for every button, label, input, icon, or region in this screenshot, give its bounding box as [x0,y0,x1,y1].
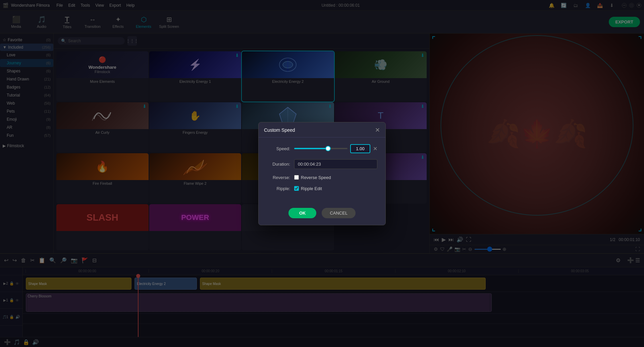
ok-button[interactable]: OK [288,208,317,218]
speed-label: Speed: [267,146,290,151]
reverse-label: Reverse: [267,175,290,180]
ripple-label: Ripple: [267,186,290,191]
ripple-checkbox-label: Ripple Edit [301,186,322,191]
dialog-overlay: Custom Speed ✕ Speed: ✕ Duration: Revers… [0,0,644,347]
custom-speed-dialog: Custom Speed ✕ Speed: ✕ Duration: Revers… [258,122,386,225]
speed-clear-button[interactable]: ✕ [373,146,377,152]
ripple-row: Ripple: Ripple Edit [267,186,377,191]
speed-input[interactable] [350,144,370,153]
dialog-header: Custom Speed ✕ [259,122,385,137]
duration-input[interactable] [294,159,377,169]
reverse-checkbox-row: Reverse Speed [294,175,331,180]
ripple-checkbox-row: Ripple Edit [294,186,322,191]
reverse-row: Reverse: Reverse Speed [267,175,377,180]
ripple-checkbox[interactable] [294,186,299,191]
dialog-body: Speed: ✕ Duration: Reverse: Reverse Spee… [259,137,385,204]
reverse-checkbox[interactable] [294,175,299,180]
dialog-close-button[interactable]: ✕ [375,127,380,133]
dialog-footer: OK CANCEL [259,204,385,225]
speed-slider[interactable] [294,148,347,149]
dialog-title: Custom Speed [264,127,295,133]
duration-row: Duration: [267,159,377,169]
speed-slider-container: ✕ [294,144,377,153]
cancel-button[interactable]: CANCEL [322,208,356,218]
duration-label: Duration: [267,162,290,167]
speed-row: Speed: ✕ [267,144,377,153]
reverse-checkbox-label: Reverse Speed [301,175,331,180]
